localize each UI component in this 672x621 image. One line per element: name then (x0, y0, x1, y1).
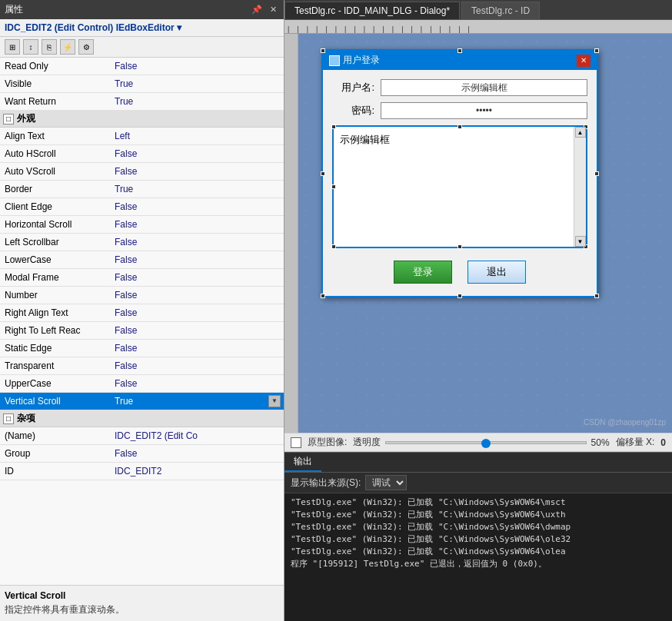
prop-row-wantreturn[interactable]: Want Return True (0, 93, 284, 111)
prototype-bar: 原型图像: 透明度 50% 偏移量 X: 0 (284, 433, 672, 452)
section-expand-misc[interactable]: □ (3, 413, 14, 424)
password-input[interactable]: ••••• (381, 102, 587, 119)
properties-panel: 属性 📌 ✕ IDC_EDIT2 (Edit Control) IEdBoxEd… (0, 0, 284, 621)
resize-handle-bm[interactable] (457, 294, 462, 298)
prop-name-staticedge: Static Edge (0, 340, 111, 357)
prop-row-border[interactable]: Border True (0, 181, 284, 198)
textarea-handle-tm[interactable] (457, 125, 462, 129)
dialog-close-button[interactable]: ✕ (577, 55, 590, 67)
resize-handle-mr[interactable] (594, 171, 599, 176)
password-label: 密码: (332, 104, 374, 118)
prop-row-visible[interactable]: Visible True (0, 75, 284, 93)
prop-name-aligntext: Align Text (0, 128, 111, 144)
prop-row-id[interactable]: ID IDC_EDIT2 (0, 463, 284, 480)
prop-row-modalframe[interactable]: Modal Frame False (0, 269, 284, 287)
sort-icon[interactable]: ↕ (23, 39, 38, 55)
tab-main-dlg[interactable]: TestDlg.rc - IDD_MAIN_DLG - Dialog* (284, 2, 460, 19)
vscroll-dropdown-arrow[interactable]: ▼ (268, 395, 281, 407)
tab-testdlg[interactable]: TestDlg.rc - ID (461, 2, 540, 19)
prop-value-modalframe: False (111, 269, 284, 286)
prop-row-staticedge[interactable]: Static Edge False (0, 340, 284, 357)
output-source-select[interactable]: 调试 (365, 475, 407, 490)
prop-value-aligntext: Left (111, 128, 284, 144)
section-misc[interactable]: □ 杂项 (0, 410, 284, 427)
prop-name-modalframe: Modal Frame (0, 269, 111, 286)
login-button[interactable]: 登录 (394, 261, 452, 284)
prop-name-clientedge: Client Edge (0, 198, 111, 215)
prop-value-wantreturn: True (111, 93, 284, 110)
prop-row-lowercase[interactable]: LowerCase False (0, 251, 284, 269)
resize-handle-tm[interactable] (457, 48, 462, 53)
grid-icon[interactable]: ⊞ (5, 39, 20, 55)
prop-row-transparent[interactable]: Transparent False (0, 357, 284, 375)
opacity-slider-thumb[interactable] (481, 439, 491, 448)
prop-name-group: Group (0, 445, 111, 462)
textarea-container: 示例编辑框 ▲ ▼ (332, 125, 587, 248)
prop-row-autovscroll[interactable]: Auto VScroll False (0, 163, 284, 181)
section-expand-appearance[interactable]: □ (3, 114, 14, 125)
scroll-down-button[interactable]: ▼ (575, 236, 586, 247)
prop-value-number: False (111, 287, 284, 304)
resize-handle-tl[interactable] (321, 48, 325, 53)
output-content: "TestDlg.exe" (Win32): 已加载 "C:\Windows\S… (284, 493, 672, 621)
prop-name-autovscroll: Auto VScroll (0, 163, 111, 180)
prop-value-name: IDC_EDIT2 (Edit Co (111, 427, 284, 444)
output-tab-output[interactable]: 输出 (284, 453, 321, 472)
bolt-icon[interactable]: ⚡ (60, 39, 75, 55)
exit-button[interactable]: 退出 (467, 261, 526, 284)
prop-value-transparent: False (111, 357, 284, 374)
textarea-content[interactable]: 示例编辑框 (337, 130, 583, 150)
resize-handle-tr[interactable] (594, 48, 599, 53)
section-misc-label: 杂项 (17, 412, 35, 425)
prototype-checkbox[interactable] (291, 437, 301, 448)
prop-row-number[interactable]: Number False (0, 287, 284, 304)
dialog-container: 用户登录 ✕ 用户名: 示例编辑框 (321, 49, 598, 297)
output-line-5: "TestDlg.exe" (Win32): 已加载 "C:\Windows\S… (291, 546, 666, 558)
prop-name-visible: Visible (0, 75, 111, 92)
output-source-label: 显示输出来源(S): (291, 477, 361, 490)
copy-icon[interactable]: ⎘ (42, 39, 57, 55)
prop-row-name[interactable]: (Name) IDC_EDIT2 (Edit Co (0, 427, 284, 445)
prop-value-rightalign: False (111, 304, 284, 321)
dialog-app-icon (329, 55, 340, 66)
offset-value: 0 (660, 437, 666, 448)
prop-name-border: Border (0, 181, 111, 198)
prop-row-rightalign[interactable]: Right Align Text False (0, 304, 284, 322)
props-toolbar: ⊞ ↕ ⎘ ⚡ ⚙ (0, 37, 284, 58)
textarea-handle-bm[interactable] (457, 244, 462, 249)
dialog-title-left: 用户登录 (329, 54, 380, 67)
prop-row-group[interactable]: Group False (0, 445, 284, 463)
textarea-handle-tl[interactable] (331, 125, 336, 129)
pin-icon[interactable]: 📌 (249, 5, 264, 15)
footer-prop-desc: 指定控件将具有垂直滚动条。 (5, 603, 279, 616)
output-panel: 输出 显示输出来源(S): 调试 "TestDlg.exe" (Win32): … (284, 452, 672, 621)
opacity-slider[interactable] (385, 441, 586, 444)
properties-control-header: IDC_EDIT2 (Edit Control) IEdBoxEditor ▾ (0, 19, 284, 37)
textarea-handle-bl[interactable] (331, 244, 336, 249)
prop-row-rtl[interactable]: Right To Left Reac False (0, 322, 284, 340)
editor-tabs: TestDlg.rc - IDD_MAIN_DLG - Dialog* Test… (284, 0, 672, 20)
prop-row-hscroll[interactable]: Horizontal Scroll False (0, 216, 284, 234)
section-appearance[interactable]: □ 外观 (0, 111, 284, 128)
prop-row-readonly[interactable]: Read Only False (0, 58, 284, 75)
prop-row-aligntext[interactable]: Align Text Left (0, 128, 284, 145)
textarea-handle-ml[interactable] (331, 184, 336, 189)
prop-row-leftscroll[interactable]: Left Scrollbar False (0, 234, 284, 251)
prop-value-group: False (111, 445, 284, 462)
output-line-4: "TestDlg.exe" (Win32): 已加载 "C:\Windows\S… (291, 533, 666, 546)
resize-handle-bl[interactable] (321, 294, 325, 298)
scroll-up-button[interactable]: ▲ (575, 127, 586, 138)
prop-row-clientedge[interactable]: Client Edge False (0, 198, 284, 216)
username-input[interactable]: 示例编辑框 (381, 79, 587, 96)
prop-name-vscroll: Vertical Scroll (0, 393, 111, 410)
prop-row-vscroll[interactable]: Vertical Scroll True ▼ (0, 393, 284, 410)
main-canvas: 用户登录 ✕ 用户名: 示例编辑框 (298, 34, 672, 433)
prop-row-autohscroll[interactable]: Auto HScroll False (0, 145, 284, 163)
opacity-slider-container: 透明度 50% (353, 436, 609, 449)
resize-handle-ml[interactable] (321, 171, 325, 176)
close-icon[interactable]: ✕ (268, 5, 279, 15)
prop-row-uppercase[interactable]: UpperCase False (0, 375, 284, 393)
resize-handle-br[interactable] (594, 294, 599, 298)
settings-icon[interactable]: ⚙ (78, 39, 94, 55)
dialog-buttons: 登录 退出 (332, 254, 587, 287)
